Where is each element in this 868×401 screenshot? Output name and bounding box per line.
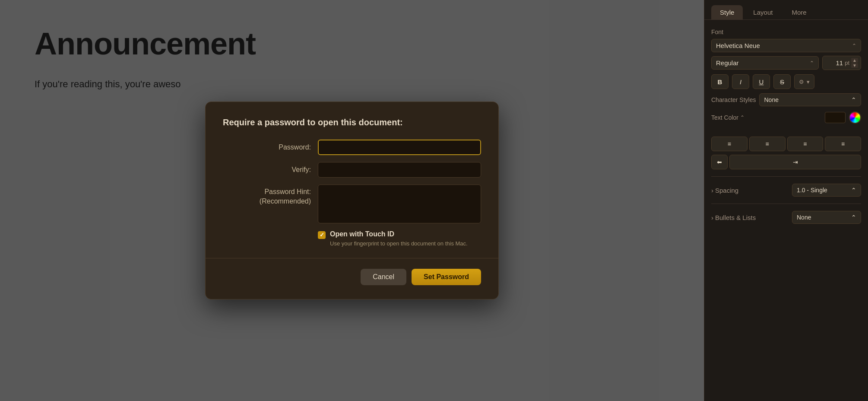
align-right-button[interactable]: ≡ xyxy=(787,137,824,151)
password-input[interactable] xyxy=(318,140,481,155)
touch-id-text: Open with Touch ID Use your fingerprint … xyxy=(330,230,468,248)
alignment-row: ≡ ≡ ≡ ≡ xyxy=(711,137,861,151)
cancel-button[interactable]: Cancel xyxy=(361,269,406,285)
bullets-chevron-icon2: ⌃ xyxy=(851,214,856,221)
password-label: Password: xyxy=(223,143,318,151)
password-row: Password: xyxy=(223,140,481,155)
bullets-label: › Bullets & Lists xyxy=(711,214,789,221)
spacing-value: 1.0 - Single xyxy=(797,187,827,194)
modal-buttons: Cancel Set Password xyxy=(223,269,481,285)
strikethrough-button[interactable]: S xyxy=(773,74,791,89)
bold-button[interactable]: B xyxy=(711,74,729,89)
character-styles-chevron-icon: ⌃ xyxy=(851,96,856,103)
font-name-chevron-icon: ⌃ xyxy=(852,43,856,49)
align-justify-button[interactable]: ≡ xyxy=(825,137,861,151)
character-styles-value: None xyxy=(764,96,778,103)
text-style-more-button[interactable]: ⚙ ▾ xyxy=(794,74,814,89)
touch-id-description: Use your fingerprint to open this docume… xyxy=(330,240,468,248)
font-size-unit: pt xyxy=(845,60,849,66)
spacing-label: › Spacing xyxy=(711,187,789,194)
tab-more[interactable]: More xyxy=(783,5,815,19)
checkmark-icon: ✓ xyxy=(320,232,324,238)
modal-divider xyxy=(206,258,498,258)
spacing-select[interactable]: 1.0 - Single ⌃ xyxy=(792,184,861,197)
sidebar: Style Layout More Font Helvetica Neue ⌃ … xyxy=(704,0,868,401)
align-right-icon: ≡ xyxy=(803,140,807,147)
indent-decrease-icon: ⬅ xyxy=(717,159,722,165)
sidebar-content: Font Helvetica Neue ⌃ Regular ⌃ 11 pt xyxy=(704,20,868,401)
text-color-label: Text Color ⌃ xyxy=(711,114,821,121)
set-password-button[interactable]: Set Password xyxy=(412,269,481,285)
password-modal: Require a password to open this document… xyxy=(205,102,499,299)
spacing-section: › Spacing 1.0 - Single ⌃ xyxy=(711,176,861,197)
font-style-value: Regular xyxy=(716,59,739,67)
text-color-chevron-icon: ⌃ xyxy=(740,115,744,121)
hint-label: Password Hint:(Recommended) xyxy=(223,185,318,207)
touch-id-section: ✓ Open with Touch ID Use your fingerprin… xyxy=(318,230,481,248)
color-wheel-button[interactable] xyxy=(849,111,861,124)
italic-button[interactable]: I xyxy=(732,74,749,89)
character-styles-label: Character Styles xyxy=(711,96,756,103)
bullets-section: › Bullets & Lists None ⌃ xyxy=(711,204,861,224)
indent-decrease-button[interactable]: ⬅ xyxy=(711,155,728,169)
spacing-chevron-icon: › xyxy=(711,187,713,194)
align-center-icon: ≡ xyxy=(766,140,769,147)
font-name-value: Helvetica Neue xyxy=(716,42,760,49)
bullets-select[interactable]: None ⌃ xyxy=(792,211,861,224)
font-section: Font Helvetica Neue ⌃ Regular ⌃ 11 pt xyxy=(711,29,861,130)
indent-increase-button[interactable]: ⇥ xyxy=(729,155,861,169)
font-name-select[interactable]: Helvetica Neue ⌃ xyxy=(711,39,861,52)
text-color-swatch[interactable] xyxy=(825,112,846,123)
alignment-section: ≡ ≡ ≡ ≡ ⬅ ⇥ xyxy=(711,137,861,169)
verify-input[interactable] xyxy=(318,162,481,178)
verify-row: Verify: xyxy=(223,162,481,178)
modal-title: Require a password to open this document… xyxy=(223,118,481,127)
align-left-button[interactable]: ≡ xyxy=(711,137,748,151)
sidebar-tabs: Style Layout More xyxy=(704,0,868,20)
font-size-increment[interactable]: ▲ xyxy=(851,58,858,63)
hint-row: Password Hint:(Recommended) xyxy=(223,185,481,223)
font-name-row: Helvetica Neue ⌃ xyxy=(711,39,861,52)
tab-style[interactable]: Style xyxy=(711,5,743,19)
touch-id-title: Open with Touch ID xyxy=(330,230,468,238)
text-style-icon: ⚙ xyxy=(799,79,804,85)
verify-label: Verify: xyxy=(223,166,318,174)
format-row: B I U S ⚙ ▾ xyxy=(711,74,861,89)
tab-layout[interactable]: Layout xyxy=(744,5,781,19)
bullets-value: None xyxy=(797,214,811,221)
indent-row: ⬅ ⇥ xyxy=(711,155,861,169)
font-style-chevron-icon: ⌃ xyxy=(810,60,814,66)
character-styles-row: Character Styles None ⌃ xyxy=(711,93,861,106)
align-justify-icon: ≡ xyxy=(841,140,845,147)
hint-textarea[interactable] xyxy=(318,185,481,223)
font-size-decrement[interactable]: ▼ xyxy=(851,63,858,68)
spacing-chevron-icon: ⌃ xyxy=(851,187,856,194)
touch-id-checkbox[interactable]: ✓ xyxy=(318,231,326,239)
underline-button[interactable]: U xyxy=(753,74,770,89)
font-label: Font xyxy=(711,29,861,35)
character-styles-select[interactable]: None ⌃ xyxy=(759,93,861,106)
modal-overlay: Require a password to open this document… xyxy=(0,0,704,401)
align-left-icon: ≡ xyxy=(728,140,731,147)
font-size-value: 11 xyxy=(825,59,843,67)
font-size-stepper[interactable]: ▲ ▼ xyxy=(851,58,858,68)
chevron-down-icon: ▾ xyxy=(807,79,810,85)
font-style-size-row: Regular ⌃ 11 pt ▲ ▼ xyxy=(711,56,861,70)
indent-increase-icon: ⇥ xyxy=(793,159,798,165)
bullets-chevron-icon: › xyxy=(711,214,713,221)
font-style-select[interactable]: Regular ⌃ xyxy=(711,56,819,70)
text-color-row: Text Color ⌃ xyxy=(711,111,861,124)
font-size-control[interactable]: 11 pt ▲ ▼ xyxy=(822,56,861,70)
align-center-button[interactable]: ≡ xyxy=(749,137,786,151)
document-area: Announcement If you're reading this, you… xyxy=(0,0,704,401)
